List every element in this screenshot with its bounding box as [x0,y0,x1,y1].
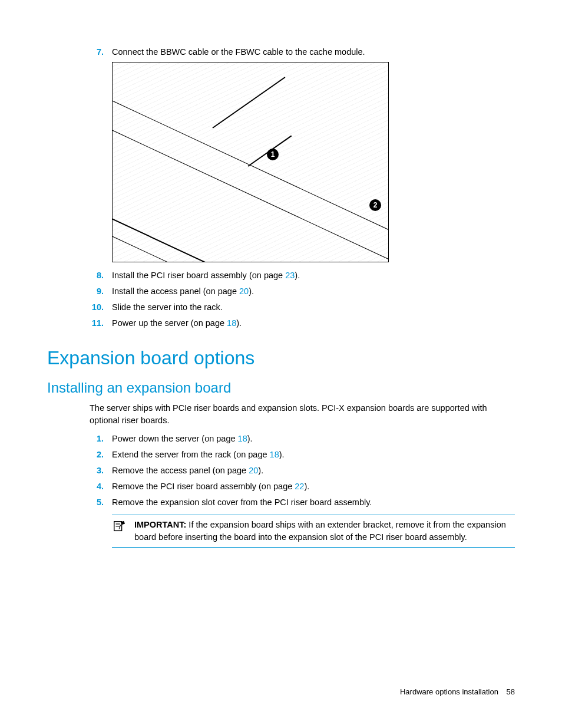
section-heading: Expansion board options [47,347,515,369]
step-item: 9. Install the access panel (on page 20)… [90,285,515,298]
step-item: 10. Slide the server into the rack. [90,301,515,314]
step-text: Power up the server (on page 18). [112,318,242,328]
step-text: Install the PCI riser board assembly (on… [112,271,300,280]
step-text: Install the access panel (on page 20). [112,286,254,296]
step-text: Slide the server into the rack. [112,302,223,312]
step-item: 7. Connect the BBWC cable or the FBWC ca… [90,46,515,58]
steps-list-top: 7. Connect the BBWC cable or the FBWC ca… [90,46,515,58]
note-label: IMPORTANT: [134,520,186,529]
page-link[interactable]: 20 [249,466,258,475]
step-number: 11. [90,317,104,330]
step-item: 4. Remove the PCI riser board assembly (… [90,480,515,493]
page-link[interactable]: 23 [285,271,295,280]
step-number: 5. [90,496,104,509]
step-item: 2. Extend the server from the rack (on p… [90,449,515,461]
step-text: Remove the access panel (on page 20). [112,466,263,475]
note-text: IMPORTANT: If the expansion board ships … [134,519,515,543]
step-item: 11. Power up the server (on page 18). [90,317,515,330]
step-number: 2. [90,449,104,461]
important-note: IMPORTANT: If the expansion board ships … [112,515,515,548]
intro-paragraph: The server ships with PCIe riser boards … [90,402,515,427]
step-number: 10. [90,301,104,314]
technical-illustration: 1 2 [112,62,389,262]
step-text: Connect the BBWC cable or the FBWC cable… [112,47,365,57]
footer-page-number: 58 [507,687,515,696]
step-number: 4. [90,480,104,493]
steps-list-mid: 8. Install the PCI riser board assembly … [90,269,515,330]
page-footer: Hardware options installation 58 [400,687,515,696]
steps-list-bottom: 1. Power down the server (on page 18). 2… [90,433,515,509]
step-item: 5. Remove the expansion slot cover from … [90,496,515,509]
note-body: If the expansion board ships with an ext… [134,520,506,542]
step-text: Extend the server from the rack (on page… [112,450,285,459]
step-text: Remove the PCI riser board assembly (on … [112,482,309,491]
subsection-heading: Installing an expansion board [47,380,515,396]
callout-marker-1: 1 [267,149,279,160]
page-link[interactable]: 18 [227,318,236,328]
footer-section: Hardware options installation [400,687,498,696]
step-item: 1. Power down the server (on page 18). [90,433,515,445]
page-link[interactable]: 20 [239,286,249,296]
step-text: Remove the expansion slot cover from the… [112,498,372,507]
page-link[interactable]: 22 [295,482,304,491]
callout-marker-2: 2 [369,199,381,211]
step-item: 8. Install the PCI riser board assembly … [90,269,515,282]
step-number: 3. [90,465,104,477]
step-text: Power down the server (on page 18). [112,434,253,443]
step-number: 8. [90,269,104,282]
step-number: 9. [90,285,104,298]
step-number: 7. [90,46,104,58]
page-link[interactable]: 18 [270,450,279,459]
page-link[interactable]: 18 [238,434,247,443]
note-icon [112,520,126,533]
step-number: 1. [90,433,104,445]
step-item: 3. Remove the access panel (on page 20). [90,465,515,477]
